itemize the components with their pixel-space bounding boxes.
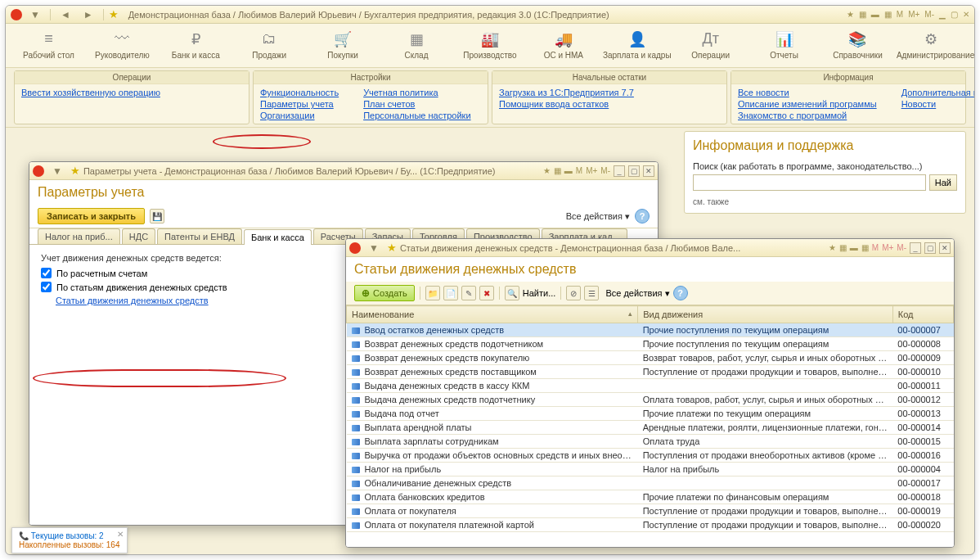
edit-button[interactable]: ✎	[461, 286, 476, 300]
cashflow-link[interactable]: Статьи движения денежных средств	[56, 296, 209, 305]
status-line[interactable]: 📞 Текущие вызовы: 2	[19, 531, 120, 540]
toolbar-item[interactable]: 👤Зарплата и кадры	[602, 30, 672, 61]
dropdown-icon[interactable]: ▼	[25, 9, 45, 20]
table-row[interactable]: Возврат денежных средств подотчетникомПр…	[347, 337, 954, 351]
table-row[interactable]: Выплата зарплаты сотрудникамОплата труда…	[347, 435, 954, 449]
col-type[interactable]: Вид движения	[638, 306, 893, 323]
titlebar-icon[interactable]: ▦	[859, 10, 866, 19]
checkbox-input[interactable]	[41, 268, 52, 278]
save-close-button[interactable]: Записать и закрыть	[38, 208, 145, 224]
titlebar-icon[interactable]: ▦	[861, 243, 869, 252]
panel-link[interactable]: Параметры учета	[260, 99, 339, 109]
delete-button[interactable]: ✖	[479, 286, 494, 300]
titlebar-icon[interactable]: ▬	[850, 243, 858, 252]
titlebar-icon[interactable]: ▦	[839, 243, 847, 252]
panel-link[interactable]: План счетов	[363, 99, 470, 109]
table-row[interactable]: Выдача под отчетПрочие платежи по текущи…	[347, 407, 954, 421]
titlebar-icon[interactable]: M	[897, 10, 903, 19]
new-folder-button[interactable]: 📁	[425, 286, 440, 300]
table-row[interactable]: Оплата от покупателяПоступление от прода…	[347, 504, 954, 518]
favorite-icon[interactable]: ★	[387, 242, 397, 254]
titlebar-icon[interactable]: M-	[924, 10, 934, 19]
toolbar-item[interactable]: 〰Руководителю	[88, 30, 157, 61]
minimize-button[interactable]: _	[614, 165, 625, 177]
table-wrap[interactable]: Наименование▴ Вид движения Код Ввод оста…	[346, 305, 954, 547]
nav-fwd-icon[interactable]: ►	[79, 9, 98, 20]
table-row[interactable]: Выручка от продажи объектов основных сре…	[347, 449, 954, 463]
panel-link[interactable]: Дополнительная информация	[901, 88, 975, 97]
help-button[interactable]: ?	[673, 286, 688, 300]
panel-link[interactable]: Помощник ввода остатков	[499, 99, 634, 109]
all-actions-button[interactable]: Все действия ▾	[566, 211, 630, 222]
dropdown-icon[interactable]: ▼	[364, 242, 384, 254]
titlebar-icon[interactable]: ▦	[554, 166, 561, 175]
close-button[interactable]: ✕	[643, 165, 654, 177]
table-row[interactable]: Выдача денежных средств в кассу ККМ00-00…	[347, 379, 954, 393]
toolbar-item[interactable]: ₽Банк и касса	[161, 30, 231, 61]
save-icon-button[interactable]: 💾	[150, 209, 164, 224]
toolbar-item[interactable]: 🏭Производство	[455, 30, 524, 61]
tab[interactable]: Банк и касса	[244, 229, 312, 245]
toolbar-item[interactable]: 🛒Покупки	[308, 30, 378, 61]
titlebar-icon[interactable]: ▦	[884, 10, 892, 19]
toolbar-item[interactable]: 🗂Продажи	[235, 30, 304, 61]
toolbar-item[interactable]: 🚚ОС и НМА	[528, 30, 598, 61]
panel-link[interactable]: Организации	[260, 111, 339, 120]
favorite-icon[interactable]: ★	[70, 165, 80, 177]
minimize-button[interactable]: _	[910, 242, 921, 254]
titlebar-icon[interactable]: M-	[600, 166, 610, 175]
table-row[interactable]: Оплата от покупателя платежной картойПос…	[347, 518, 954, 532]
titlebar-icon[interactable]: ▬	[564, 166, 573, 175]
tab[interactable]: Патенты и ЕНВД	[157, 228, 242, 244]
titlebar-icon[interactable]: M+	[586, 166, 597, 175]
close-icon[interactable]: ✕	[117, 530, 124, 539]
panel-link[interactable]: Новости	[901, 99, 975, 109]
toolbar-item[interactable]: ▦Склад	[382, 30, 452, 61]
panel-link[interactable]: Знакомство с программой	[738, 111, 877, 120]
titlebar-icon[interactable]: ★	[847, 10, 854, 19]
table-row[interactable]: Возврат денежных средств покупателюВозвр…	[347, 351, 954, 365]
col-code[interactable]: Код	[892, 306, 953, 323]
maximize-button[interactable]: ▢	[628, 165, 640, 177]
table-row[interactable]: Ввод остатков денежных средствПрочие пос…	[347, 323, 954, 337]
titlebar-icon[interactable]: M	[576, 166, 582, 175]
toolbar-item[interactable]: 📊Отчеты	[749, 30, 819, 61]
favorite-icon[interactable]: ★	[109, 8, 119, 20]
tab[interactable]: НДС	[122, 228, 155, 244]
search-button[interactable]: Най	[929, 174, 957, 191]
toolbar-item[interactable]: ≡Рабочий стол	[14, 30, 83, 61]
table-row[interactable]: Возврат денежных средств поставщикомПост…	[347, 365, 954, 379]
toolbar-item[interactable]: 📚Справочники	[823, 30, 892, 61]
titlebar-icon[interactable]: M+	[882, 243, 893, 252]
help-button[interactable]: ?	[635, 209, 650, 224]
toolbar-item[interactable]: ДтОперации	[676, 30, 745, 61]
all-actions-button[interactable]: Все действия ▾	[605, 288, 669, 299]
titlebar-icon[interactable]: ▬	[871, 10, 879, 19]
clear-filter-button[interactable]: ⊘	[566, 286, 581, 300]
checkbox-input[interactable]	[41, 282, 52, 292]
dropdown-icon[interactable]: ▼	[47, 165, 67, 177]
titlebar-icon[interactable]: ★	[543, 166, 551, 175]
titlebar-icon[interactable]: M+	[908, 10, 919, 19]
copy-button[interactable]: 📄	[443, 286, 458, 300]
minimize-icon[interactable]: ▁	[939, 10, 946, 19]
panel-link[interactable]: Загрузка из 1С:Предприятия 7.7	[499, 88, 634, 97]
table-row[interactable]: Выплата арендной платыАрендные платежи, …	[347, 421, 954, 435]
table-row[interactable]: Оплата банковских кредитовПрочие платежи…	[347, 490, 954, 504]
panel-link[interactable]: Все новости	[738, 88, 877, 97]
close-button[interactable]: ✕	[939, 242, 951, 254]
maximize-icon[interactable]: ▢	[951, 10, 958, 19]
panel-link[interactable]: Ввести хозяйственную операцию	[21, 88, 160, 97]
table-row[interactable]: Налог на прибыльНалог на прибыль00-00000…	[347, 463, 954, 476]
find-icon[interactable]: 🔍	[505, 286, 519, 300]
nav-back-icon[interactable]: ◄	[56, 9, 75, 20]
titlebar-icon[interactable]: ★	[829, 243, 836, 252]
panel-link[interactable]: Функциональность	[260, 88, 339, 97]
create-button[interactable]: ⊕Создать	[354, 285, 415, 301]
tab[interactable]: Налог на приб...	[38, 228, 120, 244]
titlebar-icon[interactable]: M-	[897, 243, 906, 252]
maximize-button[interactable]: ▢	[924, 242, 936, 254]
table-row[interactable]: Обналичивание денежных средств00-000017	[347, 476, 954, 490]
panel-link[interactable]: Персональные настройки	[363, 111, 470, 120]
hierarchy-button[interactable]: ☰	[584, 286, 599, 300]
